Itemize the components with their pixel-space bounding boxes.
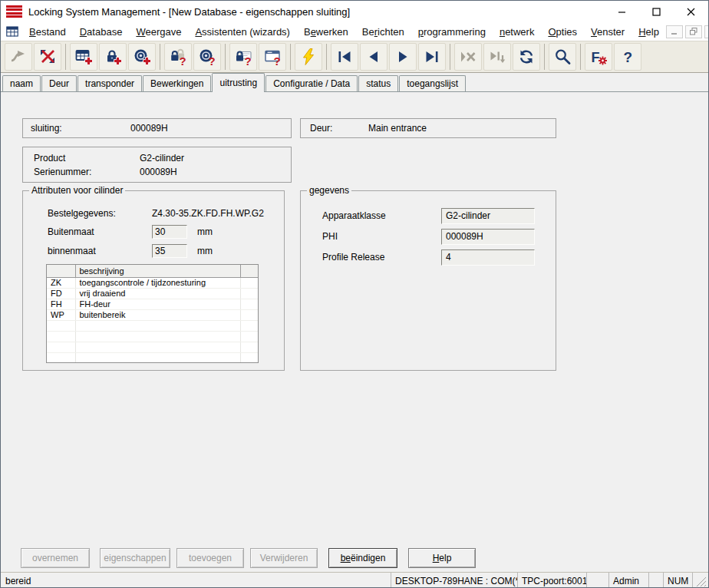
menu-bar-items: BestandDatabaseWeergaveAssistenten (wiza…	[22, 24, 666, 40]
menu-item-opties[interactable]: Opties	[541, 24, 584, 40]
menu-item-programmering[interactable]: programmering	[411, 24, 493, 40]
table-cell	[240, 288, 258, 299]
locking-system-add-button[interactable]	[70, 43, 97, 71]
attributen-legend: Attributen voor cilinder	[29, 185, 125, 196]
menu-item-bestand[interactable]: Bestand	[22, 24, 73, 40]
status-tpc-poort-6001: TPC-poort:6001	[518, 573, 587, 588]
toolbar-separator	[65, 44, 66, 70]
locking-system-add-icon	[74, 48, 93, 66]
table-cell-empty	[75, 320, 240, 331]
status-num: NUM	[664, 573, 693, 588]
menu-item-assistenten-wizards[interactable]: Assistenten (wizards)	[188, 24, 297, 40]
lock-add-button[interactable]	[99, 43, 127, 71]
resize-grip-icon	[696, 576, 707, 587]
nav-prev-button[interactable]	[360, 43, 387, 71]
button-verwijderen[interactable]: Verwijderen	[250, 548, 318, 568]
help-button[interactable]: ?	[614, 43, 641, 71]
table-cell: WP	[47, 309, 75, 320]
status-message: bereid	[1, 573, 391, 588]
binnenmaat-label: binnenmaat	[48, 246, 152, 256]
table-row-fd[interactable]: FDvrij draaiend	[47, 288, 258, 299]
binnenmaat-input[interactable]: 35	[152, 244, 187, 258]
tab-uitrusting[interactable]: uitrusting	[212, 73, 265, 92]
menu-item-bewerken[interactable]: Bewerken	[297, 24, 355, 40]
jump-arrow-button[interactable]	[5, 43, 32, 71]
profile-release-input[interactable]: 4	[441, 249, 535, 266]
transponder-add-button[interactable]	[128, 43, 156, 71]
transponder-read-button[interactable]: ?	[193, 43, 221, 71]
button-overnemen[interactable]: overnemen	[21, 548, 90, 568]
button-row: overnemeneigenschappentoevoegenVerwijder…	[1, 548, 708, 568]
close-icon	[687, 8, 695, 16]
tab-deur[interactable]: Deur	[41, 75, 77, 91]
product-box: Product G2-cilinder Serienummer: 000089H	[22, 147, 292, 183]
tab-toegangslijst[interactable]: toegangslijst	[399, 75, 466, 91]
maximize-button[interactable]	[639, 1, 674, 22]
phi-input[interactable]: 000089H	[441, 229, 535, 245]
table-cell	[240, 299, 258, 309]
program-flash-button[interactable]	[295, 43, 322, 71]
mdi-minimize-button[interactable]	[666, 25, 683, 38]
table-row-fh[interactable]: FHFH-deur	[47, 299, 258, 309]
tab-bewerkingen[interactable]: Bewerkingen	[143, 75, 211, 91]
nav-last-button[interactable]	[418, 43, 446, 71]
button-help[interactable]: Help	[408, 548, 476, 568]
search-button[interactable]	[549, 43, 576, 71]
nav-first-button[interactable]	[331, 43, 358, 71]
table-row-empty	[47, 342, 258, 352]
record-cancel-button[interactable]	[454, 43, 482, 71]
table-cell-empty	[240, 331, 258, 342]
disconnect-icon	[38, 48, 57, 66]
table-cell: buitenbereik	[75, 309, 240, 320]
tab-status[interactable]: status	[358, 75, 398, 91]
tab-configuratie-data[interactable]: Configuratie / Data	[265, 75, 358, 91]
table-cell	[240, 309, 258, 320]
menu-item-berichten[interactable]: Berichten	[355, 24, 411, 40]
menu-item-netwerk[interactable]: netwerk	[493, 24, 542, 40]
status-empty-2	[587, 573, 609, 588]
resize-grip[interactable]	[693, 573, 708, 588]
nav-next-button[interactable]	[389, 43, 417, 71]
filter-config-button[interactable]: F	[585, 43, 612, 71]
table-row-empty	[47, 320, 258, 331]
table-cell-empty	[240, 342, 258, 352]
table-cell: FH-deur	[75, 299, 240, 309]
minimize-button[interactable]	[605, 1, 639, 22]
toolbar-separator	[326, 44, 327, 70]
table-cell-empty	[240, 320, 258, 331]
jump-arrow-icon	[9, 48, 28, 66]
lock-card-read-button[interactable]: ?	[229, 43, 257, 71]
table-row-wp[interactable]: WPbuitenbereik	[47, 309, 258, 320]
buitenmaat-input[interactable]: 30	[152, 225, 187, 239]
disconnect-button[interactable]	[34, 43, 61, 71]
close-button[interactable]	[674, 1, 708, 22]
menu-item-help[interactable]: Help	[632, 24, 666, 40]
mdi-restore-button[interactable]	[685, 25, 702, 38]
button-toevoegen[interactable]: toevoegen	[176, 548, 244, 568]
status-cells: DESKTOP-789HANE : COM(*)TPC-poort:6001Ad…	[391, 573, 693, 588]
deur-label: Deur:	[310, 123, 368, 134]
window-read-button[interactable]: ?	[259, 43, 286, 71]
menu-item-database[interactable]: Database	[73, 24, 130, 40]
lock-card-read-icon: ?	[234, 48, 252, 66]
table-row-zk[interactable]: ZKtoegangscontrole / tijdzonesturing	[47, 277, 258, 288]
status-desktop-789hane-com: DESKTOP-789HANE : COM(*)	[391, 573, 518, 588]
lock-read-button[interactable]: ?	[164, 43, 192, 71]
button-eigenschappen[interactable]: eigenschappen	[100, 548, 170, 568]
menu-item-venster[interactable]: Venster	[584, 24, 632, 40]
table-row-empty	[47, 331, 258, 342]
profile-release-label: Profile Release	[322, 252, 441, 263]
button-be-indigen[interactable]: beëindigen	[328, 548, 397, 568]
buitenmaat-label: Buitenmaat	[48, 226, 152, 237]
nav-first-icon	[335, 48, 354, 66]
tab-naam[interactable]: naam	[2, 75, 41, 91]
tab-transponder[interactable]: transponder	[77, 75, 142, 91]
menu-item-weergave[interactable]: Weergave	[129, 24, 188, 40]
refresh-icon	[517, 48, 536, 66]
refresh-button[interactable]	[513, 43, 540, 71]
mdi-window-controls	[666, 25, 709, 38]
record-goto-button[interactable]	[483, 43, 511, 71]
apparaatklasse-input[interactable]: G2-cilinder	[441, 208, 535, 224]
mdi-close-button[interactable]	[704, 25, 709, 38]
sluiting-box: sluiting: 000089H	[22, 118, 292, 138]
